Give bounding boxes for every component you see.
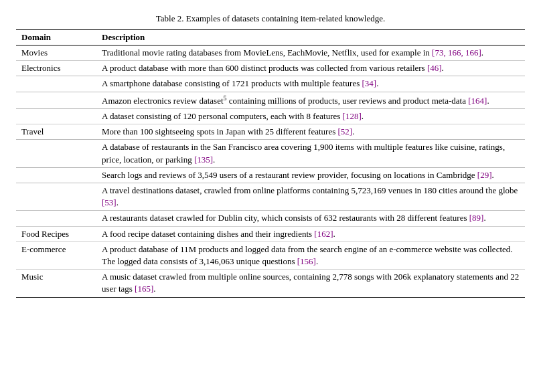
domain-cell (16, 211, 96, 226)
table-row: A dataset consisting of 120 personal com… (16, 109, 525, 124)
description-cell: A restaurants dataset crawled for Dublin… (96, 211, 525, 226)
table-row: Search logs and reviews of 3,549 users o… (16, 167, 525, 183)
table-row: A smartphone database consisting of 1721… (16, 76, 525, 92)
main-table: Domain Description MoviesTraditional mov… (16, 29, 525, 298)
domain-cell: Electronics (16, 61, 96, 76)
domain-cell (16, 92, 96, 109)
description-cell: A dataset consisting of 120 personal com… (96, 109, 525, 124)
domain-cell (16, 76, 96, 92)
table-row: A restaurants dataset crawled for Dublin… (16, 211, 525, 226)
description-cell: Traditional movie rating databases from … (96, 45, 525, 61)
description-cell: Amazon electronics review dataset5 conta… (96, 92, 525, 109)
description-cell: More than 100 sightseeing spots in Japan… (96, 124, 525, 140)
table-header-row: Domain Description (16, 30, 525, 45)
table-row: ElectronicsA product database with more … (16, 61, 525, 76)
description-cell: A product database of 11M products and l… (96, 241, 525, 269)
table-row: Food RecipesA food recipe dataset contai… (16, 226, 525, 241)
description-cell: Search logs and reviews of 3,549 users o… (96, 167, 525, 183)
domain-cell (16, 140, 96, 167)
domain-cell: Music (16, 270, 96, 297)
domain-cell: Food Recipes (16, 226, 96, 241)
description-cell: A music dataset crawled from multiple on… (96, 270, 525, 297)
page-container: Table 2. Examples of datasets containing… (16, 13, 525, 298)
header-domain: Domain (16, 30, 96, 45)
table-row: MusicA music dataset crawled from multip… (16, 270, 525, 297)
table-row: TravelMore than 100 sightseeing spots in… (16, 124, 525, 140)
description-cell: A food recipe dataset containing dishes … (96, 226, 525, 241)
domain-cell (16, 109, 96, 124)
table-row: A database of restaurants in the San Fra… (16, 140, 525, 167)
description-cell: A product database with more than 600 di… (96, 61, 525, 76)
header-description: Description (96, 30, 525, 45)
domain-cell: Travel (16, 124, 96, 140)
table-row: A travel destinations dataset, crawled f… (16, 183, 525, 211)
domain-cell (16, 183, 96, 211)
table-row: Amazon electronics review dataset5 conta… (16, 92, 525, 109)
domain-cell: Movies (16, 45, 96, 61)
table-caption: Table 2. Examples of datasets containing… (16, 13, 525, 24)
description-cell: A smartphone database consisting of 1721… (96, 76, 525, 92)
domain-cell (16, 167, 96, 183)
table-row: MoviesTraditional movie rating databases… (16, 45, 525, 61)
domain-cell: E-commerce (16, 241, 96, 269)
description-cell: A database of restaurants in the San Fra… (96, 140, 525, 167)
table-row: E-commerceA product database of 11M prod… (16, 241, 525, 269)
description-cell: A travel destinations dataset, crawled f… (96, 183, 525, 211)
